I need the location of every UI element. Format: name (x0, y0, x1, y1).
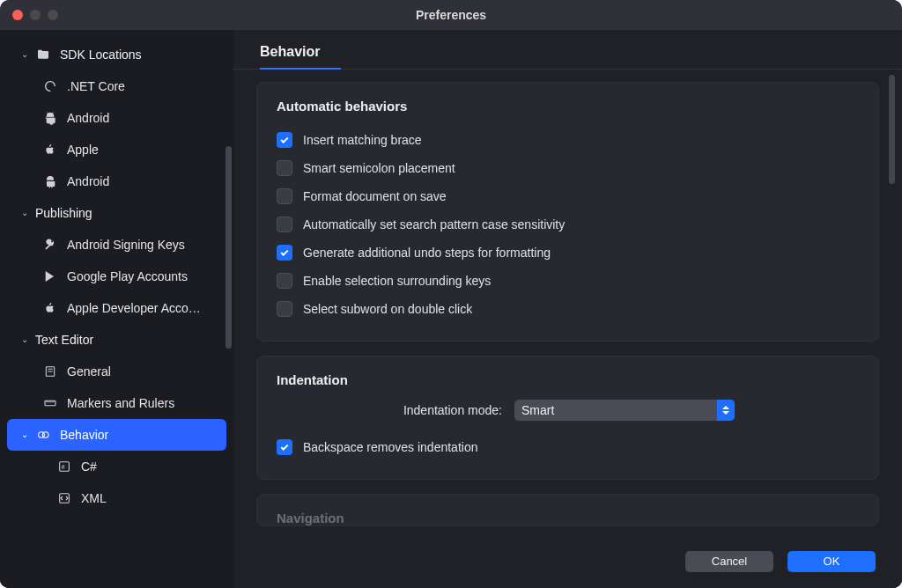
sidebar-item-label: Android (67, 174, 109, 188)
sidebar-item-label: C# (81, 459, 97, 474)
sidebar-item-label: Android (67, 111, 109, 125)
checkbox[interactable] (277, 160, 292, 176)
chevron-down-icon: ⌄ (19, 208, 30, 217)
select-value: Smart (521, 403, 554, 417)
apple-icon (42, 142, 58, 158)
option-label: Insert matching brace (303, 133, 422, 147)
content-fade (233, 525, 902, 535)
play-store-icon (42, 268, 58, 284)
sidebar-item-label: Google Play Accounts (67, 269, 188, 283)
option-subword-doubleclick[interactable]: Select subword on double click (277, 295, 859, 323)
checkbox[interactable] (277, 301, 292, 317)
ok-button[interactable]: OK (787, 551, 876, 572)
checkbox[interactable] (277, 439, 292, 455)
window-title: Preferences (0, 8, 902, 22)
sidebar-item-label: Markers and Rulers (67, 396, 174, 410)
main-panel: Behavior Automatic behaviors Insert matc… (233, 30, 902, 588)
body: ⌄ SDK Locations .NET Core And (0, 30, 902, 588)
option-label: Generate additional undo steps for forma… (303, 246, 551, 260)
sidebar-item-apple[interactable]: Apple (7, 134, 226, 165)
dotnet-icon (42, 78, 58, 94)
sidebar-item-xml[interactable]: XML (7, 482, 226, 514)
sidebar-section-publishing[interactable]: ⌄ Publishing (7, 197, 226, 229)
main-scrollbar[interactable] (889, 75, 895, 184)
sidebar-item-general[interactable]: General (7, 356, 226, 387)
sidebar-item-label: Apple Developer Acco… (67, 301, 201, 315)
footer: Cancel OK (233, 535, 902, 588)
option-label: Smart semicolon placement (303, 161, 455, 175)
option-smart-semicolon[interactable]: Smart semicolon placement (277, 154, 859, 182)
sidebar-item-behavior[interactable]: ⌄ Behavior (7, 419, 226, 451)
chevron-down-icon: ⌄ (19, 430, 30, 439)
sidebar-item-label: Behavior (60, 428, 108, 442)
close-window-button[interactable] (12, 10, 23, 20)
sidebar-section-text-editor[interactable]: ⌄ Text Editor (7, 324, 226, 356)
checkbox[interactable] (277, 245, 292, 261)
cancel-button[interactable]: Cancel (685, 551, 773, 572)
sidebar-item-android-2[interactable]: Android (7, 165, 226, 197)
checkbox[interactable] (277, 132, 292, 148)
csharp-icon: # (56, 459, 72, 474)
folder-icon (35, 47, 51, 62)
page-title-text: Behavior (260, 44, 320, 59)
option-auto-search-case[interactable]: Automatically set search pattern case se… (277, 210, 859, 239)
group-indentation: Indentation Indentation mode: Smart Back… (256, 356, 879, 480)
sidebar-item-label: .NET Core (67, 79, 125, 93)
sidebar-item-android-signing-keys[interactable]: Android Signing Keys (7, 229, 226, 261)
checkbox[interactable] (277, 188, 292, 204)
sidebar-scrollbar[interactable] (226, 146, 232, 349)
option-label: Format document on save (303, 189, 447, 203)
checkbox[interactable] (277, 273, 292, 289)
select-indentation-mode[interactable]: Smart (514, 400, 735, 421)
sidebar-item-label: General (67, 364, 111, 379)
sidebar-item-google-play[interactable]: Google Play Accounts (7, 261, 226, 292)
option-label: Backspace removes indentation (303, 440, 477, 454)
option-label: Automatically set search pattern case se… (303, 217, 565, 232)
option-insert-matching-brace[interactable]: Insert matching brace (277, 126, 859, 154)
group-automatic-behaviors: Automatic behaviors Insert matching brac… (256, 82, 879, 342)
behavior-icon (35, 427, 51, 443)
svg-text:#: # (62, 463, 65, 469)
preferences-window: Preferences ⌄ SDK Locations .NET Core (0, 0, 902, 588)
traffic-lights (0, 10, 58, 20)
xml-icon (56, 490, 72, 506)
content-scroll: Automatic behaviors Insert matching brac… (233, 70, 902, 535)
sidebar-section-label: SDK Locations (60, 48, 142, 62)
option-undo-steps-formatting[interactable]: Generate additional undo steps for forma… (277, 239, 859, 267)
key-icon (42, 237, 58, 253)
sidebar-item-csharp[interactable]: # C# (7, 451, 226, 482)
option-selection-surrounding[interactable]: Enable selection surrounding keys (277, 267, 859, 295)
option-label: Select subword on double click (303, 302, 472, 316)
updown-icon (717, 400, 735, 421)
sidebar-section-label: Publishing (35, 206, 92, 220)
row-indentation-mode: Indentation mode: Smart (277, 400, 859, 421)
svg-point-3 (42, 431, 48, 437)
sidebar-tree: ⌄ SDK Locations .NET Core And (7, 39, 226, 514)
ruler-icon (42, 395, 58, 411)
group-title: Navigation (277, 511, 859, 526)
checkbox[interactable] (277, 217, 292, 232)
chevron-down-icon: ⌄ (19, 334, 30, 344)
option-backspace-indent[interactable]: Backspace removes indentation (277, 433, 859, 461)
sidebar-item-markers-rulers[interactable]: Markers and Rulers (7, 387, 226, 419)
group-navigation: Navigation (256, 494, 879, 526)
zoom-window-button[interactable] (48, 10, 58, 20)
label-indentation-mode: Indentation mode: (277, 403, 514, 417)
sidebar-item-label: XML (81, 491, 107, 505)
sidebar-item-label: Android Signing Keys (67, 238, 185, 252)
chevron-down-icon: ⌄ (19, 49, 30, 59)
sidebar-item-dotnet-core[interactable]: .NET Core (7, 70, 226, 102)
sidebar-item-android[interactable]: Android (7, 102, 226, 134)
android-icon (42, 173, 58, 189)
sidebar-item-label: Apple (67, 143, 99, 157)
sidebar-item-apple-developer[interactable]: Apple Developer Acco… (7, 292, 226, 324)
document-icon (42, 364, 58, 379)
option-label: Enable selection surrounding keys (303, 274, 491, 288)
minimize-window-button[interactable] (30, 10, 41, 20)
group-title: Automatic behaviors (277, 99, 859, 114)
sidebar-section-sdk-locations[interactable]: ⌄ SDK Locations (7, 39, 226, 70)
page-title: Behavior (233, 30, 902, 70)
sidebar-section-label: Text Editor (35, 333, 93, 347)
option-format-on-save[interactable]: Format document on save (277, 182, 859, 210)
sidebar: ⌄ SDK Locations .NET Core And (0, 30, 233, 588)
